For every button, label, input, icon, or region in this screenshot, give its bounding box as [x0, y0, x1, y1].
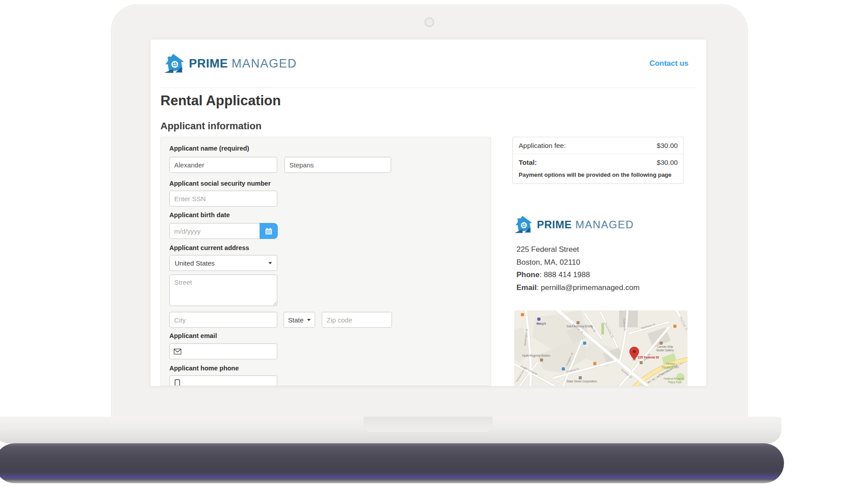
- office-address-line2: Boston, MA, 02110: [516, 256, 640, 269]
- office-phone-line: Phone: 888 414 1988: [516, 269, 640, 282]
- webcam-icon: [424, 17, 434, 27]
- brand-prime: PRIME: [189, 57, 228, 70]
- country-select[interactable]: United States: [169, 255, 277, 271]
- country-select-value: United States: [175, 259, 215, 267]
- calendar-button[interactable]: [260, 223, 278, 239]
- map-label: State Street Corporation: [567, 380, 597, 383]
- office-email-value: : pernilla@primemanaged.com: [536, 283, 640, 292]
- browser-page: PRIMEMANAGED Contact us Rental Applicati…: [151, 40, 706, 386]
- payment-options-note: Payment options will be provided on the …: [513, 171, 683, 183]
- contact-us-link[interactable]: Contact us: [649, 59, 688, 68]
- office-contact-block: 225 Federal Street Boston, MA, 02110 Pho…: [516, 243, 640, 294]
- map-poi-museum-icon: [660, 342, 663, 345]
- home-phone-label: Applicant home phone: [169, 365, 239, 372]
- map-label: Model Gallery: [656, 349, 674, 352]
- map-poi-transit-icon: [562, 367, 565, 370]
- map-label: Lannan Ship: [657, 345, 673, 349]
- map-poi-office-icon: [579, 376, 582, 379]
- application-fee-label: Application fee:: [519, 142, 566, 150]
- office-brand-logo: PRIMEMANAGED: [514, 215, 634, 234]
- laptop-shadow: [0, 443, 784, 483]
- email-input[interactable]: [169, 343, 277, 359]
- brand-prime: PRIME: [537, 219, 572, 231]
- birth-date-input[interactable]: [169, 223, 260, 239]
- map-label: Hyatt Regency Boston: [522, 354, 550, 358]
- fee-summary: Application fee: $30.00 Total: $30.00 Pa…: [512, 137, 684, 184]
- map-label: Macy's: [536, 322, 546, 326]
- section-title: Applicant information: [160, 120, 261, 132]
- street-textarea[interactable]: [169, 274, 277, 306]
- house-logo-icon: [164, 53, 185, 74]
- map-svg: 225 Federal StMacy'sSaint Anthony Shrine…: [514, 310, 688, 386]
- map-poi-museum-icon: [640, 361, 643, 364]
- map-label: Federal Reserve: [664, 377, 684, 380]
- office-email-line: Email: pernilla@primemanaged.com: [516, 282, 640, 294]
- brand-logo: PRIMEMANAGED: [164, 53, 297, 74]
- page-title: Rental Application: [160, 93, 281, 109]
- total-row: Total: $30.00: [513, 154, 683, 171]
- last-name-input[interactable]: [284, 157, 391, 173]
- office-address-line1: 225 Federal Street: [516, 243, 640, 256]
- applicant-email-label: Applicant email: [169, 332, 217, 339]
- state-select[interactable]: State: [284, 312, 315, 328]
- map-poi-shopping-icon: [537, 318, 540, 321]
- brand-managed: MANAGED: [232, 57, 297, 70]
- laptop-base-notch: [364, 417, 492, 433]
- applicant-name-label: Applicant name (required): [169, 145, 249, 152]
- total-label: Total:: [519, 159, 537, 167]
- chevron-down-icon: [307, 319, 311, 321]
- header-divider: [160, 87, 696, 88]
- chevron-down-icon: [268, 262, 272, 264]
- map-label: Dewey: [666, 362, 675, 366]
- location-map[interactable]: 225 Federal StMacy'sSaint Anthony Shrine…: [514, 310, 688, 386]
- calendar-icon: [264, 227, 273, 235]
- laptop-base: [0, 417, 781, 443]
- state-select-value: State: [288, 316, 304, 324]
- office-phone-label: Phone: [516, 270, 540, 279]
- map-poi-restaurant-icon: [521, 313, 524, 316]
- map-poi-hotel-icon: [540, 358, 543, 362]
- brand-managed: MANAGED: [576, 219, 634, 231]
- map-poi-transit-icon: [583, 342, 586, 345]
- laptop-bezel: PRIMEMANAGED Contact us Rental Applicati…: [111, 4, 748, 418]
- map-poi-restaurant-icon: [673, 325, 676, 328]
- application-fee-amount: $30.00: [657, 142, 678, 150]
- birth-date-label: Applicant birth date: [169, 211, 230, 219]
- office-email-label: Email: [516, 283, 536, 292]
- screenshot-canvas: PRIMEMANAGED Contact us Rental Applicati…: [0, 0, 868, 497]
- ssn-label: Applicant social security number: [169, 180, 271, 187]
- city-input[interactable]: [169, 312, 277, 328]
- zip-code-input[interactable]: [322, 312, 392, 328]
- sidebar: Application fee: $30.00 Total: $30.00 Pa…: [512, 137, 688, 386]
- ssn-input[interactable]: [169, 191, 277, 207]
- map-poi-restaurant-icon: [593, 362, 596, 365]
- first-name-input[interactable]: [169, 157, 277, 173]
- house-logo-icon: [514, 215, 533, 234]
- applicant-form-panel: Applicant name (required) Applicant soci…: [160, 137, 491, 386]
- application-fee-row: Application fee: $30.00: [513, 137, 683, 154]
- current-address-label: Applicant current address: [169, 244, 249, 251]
- map-label: Plaza Park: [668, 381, 682, 384]
- office-phone-value: : 888 414 1988: [540, 270, 590, 279]
- map-poi-landmark-icon: [576, 321, 580, 324]
- page-header: PRIMEMANAGED Contact us: [151, 40, 706, 87]
- home-phone-input[interactable]: [169, 375, 277, 386]
- total-amount: $30.00: [657, 159, 678, 167]
- map-label: Saint Anthony Shrine: [567, 325, 593, 328]
